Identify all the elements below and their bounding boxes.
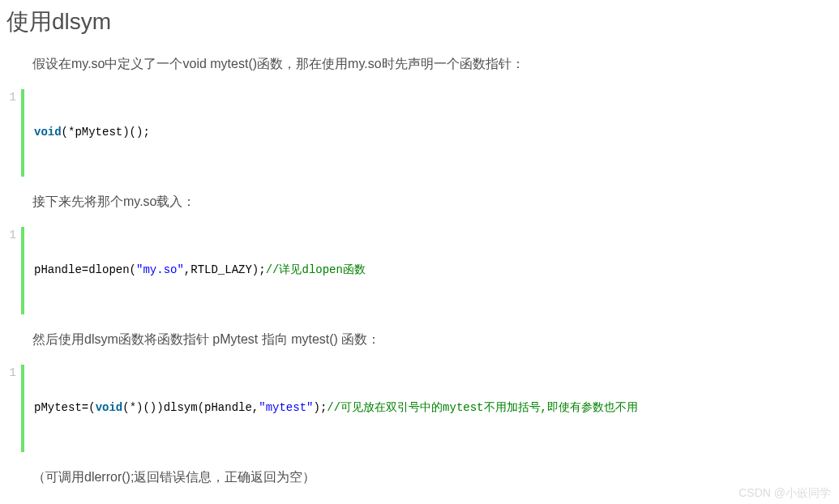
- code-string: "mytest": [259, 401, 313, 414]
- paragraph-intro: 假设在my.so中定义了一个void mytest()函数，那在使用my.so时…: [0, 45, 839, 83]
- line-gutter: 1: [6, 227, 21, 314]
- code-text: (*pMytest)();: [62, 126, 150, 139]
- code-text: pMytest=(: [34, 401, 96, 414]
- line-number: 1: [6, 365, 16, 382]
- code-block-3: 1 pMytest=(void(*)())dlsym(pHandle,"myte…: [0, 358, 839, 459]
- code-comment: //可见放在双引号中的mytest不用加括号,即使有参数也不用: [327, 401, 638, 414]
- code-keyword: void: [96, 401, 123, 414]
- code-comment: //详见dlopen函数: [266, 263, 366, 276]
- code-body: void(*pMytest)();: [21, 89, 150, 177]
- paragraph-final: 最后通过调用函数指针执行mytest函数：: [0, 496, 839, 504]
- paragraph-dlerror: （可调用dlerror();返回错误信息，正确返回为空）: [0, 459, 839, 496]
- code-body: pMytest=(void(*)())dlsym(pHandle,"mytest…: [21, 365, 638, 452]
- section-heading: 使用dlsym: [0, 0, 839, 45]
- code-block-1: 1 void(*pMytest)();: [0, 83, 839, 183]
- code-text: pHandle=dlopen(: [34, 263, 136, 276]
- code-body: pHandle=dlopen("my.so",RTLD_LAZY);//详见dl…: [21, 227, 366, 314]
- code-text: (*)())dlsym(pHandle,: [122, 401, 259, 414]
- paragraph-load: 接下来先将那个my.so载入：: [0, 183, 839, 220]
- paragraph-dlsym: 然后使用dlsym函数将函数指针 pMytest 指向 mytest() 函数：: [0, 321, 839, 358]
- code-text: );: [313, 401, 327, 414]
- watermark: CSDN @小嵌同学: [738, 486, 831, 501]
- code-block-2: 1 pHandle=dlopen("my.so",RTLD_LAZY);//详见…: [0, 220, 839, 321]
- code-text: ,RTLD_LAZY);: [184, 263, 266, 276]
- line-number: 1: [6, 89, 16, 107]
- line-number: 1: [6, 227, 16, 245]
- code-line: void(*pMytest)();: [34, 124, 150, 142]
- code-line: pMytest=(void(*)())dlsym(pHandle,"mytest…: [34, 399, 638, 417]
- code-keyword: void: [34, 126, 62, 139]
- code-string: "my.so": [136, 263, 184, 276]
- line-gutter: 1: [6, 89, 21, 177]
- code-line: pHandle=dlopen("my.so",RTLD_LAZY);//详见dl…: [34, 262, 366, 280]
- line-gutter: 1: [6, 365, 21, 452]
